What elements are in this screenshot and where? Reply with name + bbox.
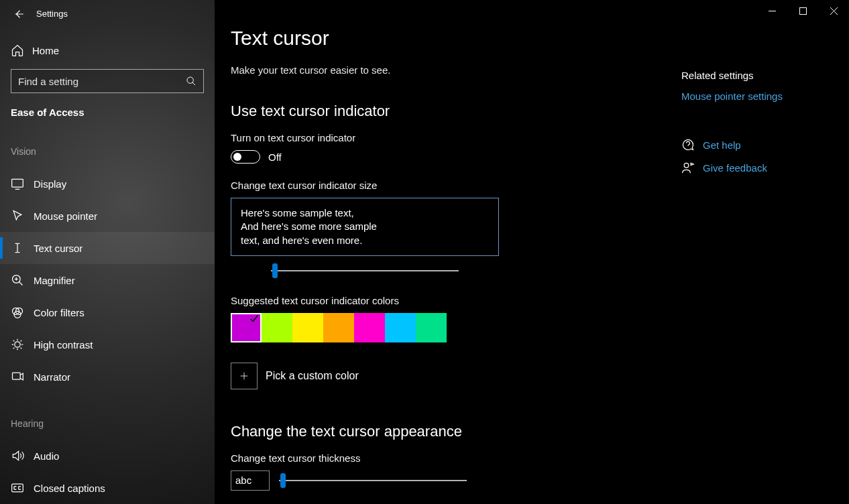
sidebar-item-text-cursor[interactable]: Text cursor xyxy=(0,232,215,264)
thickness-preview: abc xyxy=(231,470,270,491)
feedback-icon xyxy=(681,161,695,174)
content: Text cursor Make your text cursor easier… xyxy=(215,13,657,491)
give-feedback-link[interactable]: Give feedback xyxy=(681,161,836,174)
sidebar-item-label: Audio xyxy=(34,450,59,462)
related-heading: Related settings xyxy=(681,70,836,81)
sidebar-header: Settings xyxy=(0,0,215,27)
sample-line3: text, and here's even more. xyxy=(241,234,489,247)
sidebar-item-narrator[interactable]: Narrator xyxy=(0,361,215,393)
color-swatch[interactable] xyxy=(385,313,416,342)
sidebar-item-label: Text cursor xyxy=(34,243,82,254)
sample-line1: Here's some sample text, xyxy=(241,206,489,220)
sidebar: Settings Home Ease of Access Vision Disp… xyxy=(0,0,215,504)
sidebar-item-display[interactable]: Display xyxy=(0,168,215,200)
slider-thumb[interactable] xyxy=(272,263,278,278)
color-swatch[interactable] xyxy=(292,313,323,342)
group-hearing-label: Hearing xyxy=(0,393,215,433)
size-slider-wrap xyxy=(231,263,499,279)
color-swatch[interactable] xyxy=(323,313,354,342)
thickness-slider[interactable] xyxy=(279,472,467,489)
appearance-heading: Change the text cursor appearance xyxy=(231,423,641,440)
mouse-pointer-icon xyxy=(11,209,24,223)
high-contrast-icon xyxy=(11,338,24,351)
search-input[interactable] xyxy=(18,76,186,87)
close-icon xyxy=(830,7,838,15)
sidebar-item-label: High contrast xyxy=(34,339,93,351)
indicator-heading: Use text cursor indicator xyxy=(231,103,641,120)
sidebar-item-closed-captions[interactable]: Closed captions xyxy=(0,472,215,504)
home-label: Home xyxy=(32,45,59,56)
toggle-state: Off xyxy=(268,151,282,163)
sidebar-item-audio[interactable]: Audio xyxy=(0,440,215,472)
maximize-icon xyxy=(799,7,807,15)
category-label: Ease of Access xyxy=(0,93,215,121)
size-label: Change text cursor indicator size xyxy=(231,180,641,191)
check-icon xyxy=(249,314,259,326)
sample-text-box: Here's some sample text, And here's some… xyxy=(231,198,499,256)
magnifier-icon xyxy=(11,273,24,287)
sidebar-item-mouse-pointer[interactable]: Mouse pointer xyxy=(0,200,215,232)
group-vision-label: Vision xyxy=(0,121,215,161)
sidebar-item-label: Mouse pointer xyxy=(34,210,97,222)
help-icon xyxy=(681,138,695,151)
slider-track xyxy=(279,480,467,481)
color-swatch[interactable] xyxy=(262,313,292,342)
toggle-knob xyxy=(233,153,241,161)
closed-captions-icon xyxy=(11,481,24,495)
size-slider[interactable] xyxy=(271,263,459,279)
back-arrow-icon xyxy=(13,8,25,20)
toggle-row: Off xyxy=(231,150,641,164)
color-swatch[interactable] xyxy=(416,313,447,342)
narrator-icon xyxy=(11,370,24,383)
svg-point-10 xyxy=(684,163,689,168)
titlebar-controls xyxy=(756,0,849,21)
close-button[interactable] xyxy=(818,0,849,21)
thickness-row: abc xyxy=(231,470,641,491)
svg-rect-1 xyxy=(12,179,23,187)
custom-color-label: Pick a custom color xyxy=(266,370,359,382)
sidebar-item-label: Display xyxy=(34,178,66,190)
home-nav[interactable]: Home xyxy=(0,37,215,64)
search-container xyxy=(0,64,215,93)
minimize-button[interactable] xyxy=(756,0,787,21)
app-title: Settings xyxy=(36,9,68,19)
sidebar-item-label: Narrator xyxy=(34,371,70,383)
sidebar-item-high-contrast[interactable]: High contrast xyxy=(0,328,215,361)
sidebar-item-label: Color filters xyxy=(34,307,84,318)
custom-color-button[interactable] xyxy=(231,363,258,389)
color-swatch[interactable] xyxy=(231,313,262,342)
page-title: Text cursor xyxy=(231,27,641,50)
search-icon xyxy=(186,76,196,86)
color-swatches xyxy=(231,313,641,342)
get-help-label: Get help xyxy=(703,139,741,151)
display-icon xyxy=(11,177,24,190)
sidebar-item-magnifier[interactable]: Magnifier xyxy=(0,264,215,296)
maximize-button[interactable] xyxy=(787,0,818,21)
search-box[interactable] xyxy=(11,69,204,93)
text-cursor-icon xyxy=(11,241,24,255)
related-settings: Related settings Mouse pointer settings … xyxy=(681,70,836,184)
home-icon xyxy=(11,44,24,57)
sidebar-item-color-filters[interactable]: Color filters xyxy=(0,296,215,328)
audio-icon xyxy=(11,449,24,462)
svg-rect-9 xyxy=(799,7,806,14)
indicator-toggle[interactable] xyxy=(231,150,260,164)
slider-track xyxy=(271,270,459,271)
color-swatch[interactable] xyxy=(354,313,385,342)
toggle-label-text: Turn on text cursor indicator xyxy=(231,132,641,143)
get-help-link[interactable]: Get help xyxy=(681,138,836,151)
slider-thumb[interactable] xyxy=(280,473,286,488)
nav-list-vision: Display Mouse pointer Text cursor Magnif… xyxy=(0,161,215,393)
svg-rect-7 xyxy=(13,373,21,379)
mouse-pointer-settings-link[interactable]: Mouse pointer settings xyxy=(681,90,836,102)
plus-icon xyxy=(239,371,249,381)
thickness-label: Change text cursor thickness xyxy=(231,452,641,464)
custom-color-row: Pick a custom color xyxy=(231,363,641,389)
back-button[interactable] xyxy=(5,1,32,27)
colors-label: Suggested text cursor indicator colors xyxy=(231,295,641,306)
settings-app: Settings Home Ease of Access Vision Disp… xyxy=(0,0,849,504)
svg-rect-8 xyxy=(12,484,23,492)
color-filters-icon xyxy=(11,306,24,319)
sample-line2: And here's some more sample xyxy=(241,220,489,233)
svg-point-0 xyxy=(187,77,193,83)
